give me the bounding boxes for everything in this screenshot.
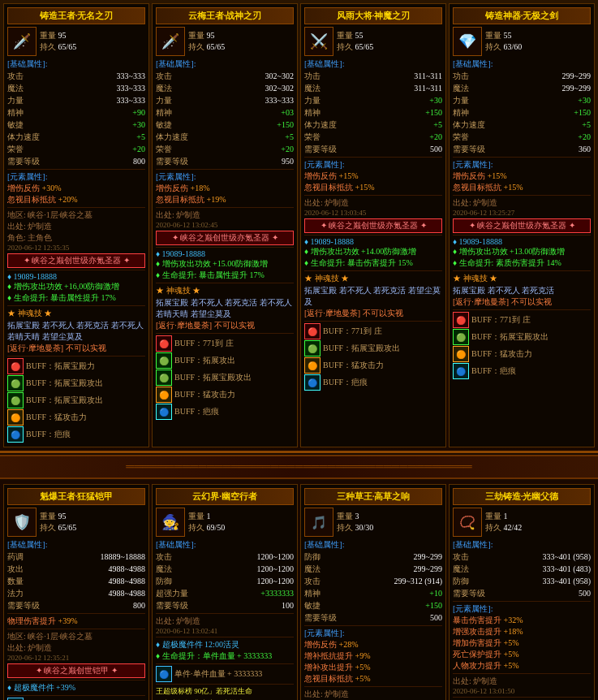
item-name-1: 铸造王者·无名之刃 [7, 7, 145, 24]
quality-badge-3: ✦ 峡谷之巅创世级亦氪圣器 ✦ [304, 218, 442, 233]
bottom-icon-2: 🧙 [156, 508, 185, 537]
buff-icon-3b: 🟢 [304, 340, 321, 356]
buff-icon-2a: 🔴 [156, 335, 172, 352]
dur-label-1: 持久 65/65 [40, 41, 76, 53]
buff-icon-4d: 🔵 [453, 363, 469, 379]
item-card-2: 云梅王者·战神之刃 🗡️ 重量 95 持久 65/65 [基础属性]: 攻击30… [152, 3, 298, 447]
bottom-item-card-4: 三劫铸造·光幽父德 📿 重量 1 持久 42/42 [基础属性]: 攻击333~… [449, 484, 595, 700]
buff-icon-2d: 🟠 [156, 387, 172, 403]
item-card-3: 风雨大将·神魔之刃 ⚔️ 重量 55 持久 65/65 [基础属性]: 功击31… [300, 3, 446, 447]
item-icon-2: 🗡️ [156, 27, 185, 56]
buff-icon-4b: 🟢 [453, 329, 469, 345]
bottom-icon-3: 🎵 [304, 508, 333, 537]
buff-icon-1b: 🟢 [7, 375, 24, 391]
item-icon-1: 🗡️ [7, 27, 37, 56]
bottom-item-card-1: 魁爆王者·狂猛铠甲 🛡️ 重量 95 持久 65/65 [基础属性]: 药调18… [3, 484, 149, 700]
buff-icon-2b: 🟢 [156, 352, 172, 369]
item-name-4: 铸造神器·无极之剑 [453, 7, 591, 24]
buff-icon-3c: 🟠 [304, 357, 321, 374]
bottom-item-name-1: 魁爆王者·狂猛铠甲 [7, 488, 145, 505]
buff-icon-b2a: 🔵 [156, 666, 172, 682]
buff-icon-3d: 🔵 [304, 374, 321, 391]
item-card-4: 铸造神器·无极之剑 💎 重量 55 持久 63/60 [基础属性]: 功击299… [449, 3, 595, 447]
bottom-icon-4: 📿 [453, 508, 482, 537]
bottom-icon-1: 🛡️ [7, 508, 37, 537]
quality-badge-4: ✦ 峡谷之巅创世级亦氪圣器 ✦ [453, 218, 591, 233]
item-icon-4: 💎 [453, 27, 482, 56]
bottom-item-name-3: 三种草王·高草之响 [304, 488, 442, 505]
buff-icon-1c: 🟢 [7, 392, 24, 408]
buff-icon-4a: 🔴 [453, 312, 469, 328]
buff-icon-4c: 🟠 [453, 346, 469, 362]
item-icon-3: ⚔️ [304, 27, 333, 56]
bottom-item-card-3: 三种草王·高草之响 🎵 重量 3 持久 30/30 [基础属性]: 防御299~… [300, 484, 446, 700]
item-card-1: 铸造王者·无名之刃 🗡️ 重量 95 持久 65/65 [基础属性]: 攻击33… [3, 3, 149, 447]
item-name-3: 风雨大将·神魔之刃 [304, 7, 442, 24]
weight-label-1: 重量 95 [40, 30, 76, 41]
buff-icon-1d: 🟠 [7, 409, 24, 426]
quality-badge-2: ✦ 峡谷之巅创世级亦氪圣器 ✦ [156, 231, 294, 245]
bottom-item-name-2: 云幻界·幽空行者 [156, 488, 294, 505]
buff-icon-1a: 🔴 [7, 358, 24, 374]
buff-icon-1e: 🔵 [7, 426, 24, 443]
quality-badge-b1: ✦ 峡谷之巅创世铠甲 ✦ [7, 663, 145, 678]
buff-icon-2e: 🔵 [156, 404, 172, 420]
bottom-item-card-2: 云幻界·幽空行者 🧙 重量 1 持久 69/50 [基础属性]: 攻击1200~… [152, 484, 298, 700]
buff-icon-3a: 🔴 [304, 323, 321, 339]
item-name-2: 云梅王者·战神之刃 [156, 7, 294, 24]
separator-band: ════════════════════════════════════════… [0, 455, 598, 479]
bottom-item-name-4: 三劫铸造·光幽父德 [453, 488, 591, 505]
buff-icon-2c: 🟢 [156, 369, 172, 386]
quality-badge-1: ✦ 峡谷之巅创世级亦氪圣器 ✦ [7, 253, 145, 268]
